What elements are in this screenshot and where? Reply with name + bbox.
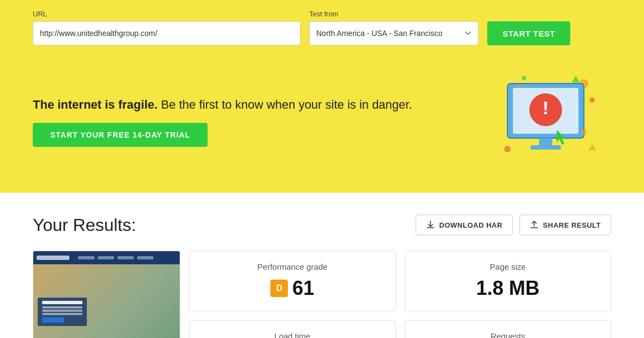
svg-point-1 bbox=[589, 97, 595, 103]
promo-image-area: ! bbox=[491, 73, 611, 171]
svg-rect-10 bbox=[530, 145, 561, 150]
pagesize-value: 1.8 MB bbox=[476, 277, 540, 300]
svg-marker-3 bbox=[572, 75, 580, 82]
svg-marker-4 bbox=[588, 144, 596, 151]
preview-nav-link bbox=[117, 256, 134, 259]
svg-point-12 bbox=[517, 85, 520, 88]
results-title: Your Results: bbox=[33, 215, 136, 235]
promo-text-strong: The internet is fragile. bbox=[33, 98, 158, 111]
stat-card-pagesize: Page size 1.8 MB bbox=[405, 251, 612, 311]
promo-text: The internet is fragile. Be the first to… bbox=[33, 97, 491, 114]
promo-banner: The internet is fragile. Be the first to… bbox=[0, 62, 644, 193]
share-result-label: SHARE RESULT bbox=[543, 221, 601, 229]
results-header: Your Results: DOWNLOAD HAR SHARE RESULT bbox=[33, 215, 611, 235]
results-section: Your Results: DOWNLOAD HAR SHARE RESULT bbox=[0, 193, 644, 338]
promo-text-area: The internet is fragile. Be the first to… bbox=[33, 97, 491, 147]
top-bar: URL Test from North America - USA - San … bbox=[0, 0, 644, 62]
performance-score: 61 bbox=[292, 277, 314, 300]
stats-cards: Performance grade D 61 Page size 1.8 MB … bbox=[189, 251, 611, 338]
preview-nav-links bbox=[78, 256, 153, 259]
stat-value-pagesize: 1.8 MB bbox=[476, 277, 540, 300]
stat-card-loadtime: Load time 1.86 s bbox=[189, 320, 396, 338]
start-test-button[interactable]: START TEST bbox=[487, 21, 570, 45]
promo-cta-button[interactable]: START YOUR FREE 14-DAY TRIAL bbox=[33, 123, 208, 147]
share-icon bbox=[530, 221, 539, 229]
test-from-label: Test from bbox=[309, 10, 478, 18]
preview-nav-link bbox=[137, 256, 153, 259]
preview-nav bbox=[33, 251, 180, 264]
preview-logo bbox=[37, 256, 69, 260]
svg-rect-9 bbox=[539, 138, 552, 146]
stat-label-pagesize: Page size bbox=[490, 262, 526, 271]
url-row: URL Test from North America - USA - San … bbox=[33, 10, 611, 45]
promo-text-normal: Be the first to know when your site is i… bbox=[161, 98, 412, 111]
stat-label-loadtime: Load time bbox=[274, 331, 310, 338]
preview-content bbox=[33, 251, 180, 338]
website-screenshot bbox=[33, 251, 180, 338]
preview-body-line bbox=[42, 313, 82, 315]
grade-badge: D bbox=[270, 280, 288, 297]
url-field-group: URL bbox=[33, 10, 300, 45]
svg-point-14 bbox=[581, 130, 587, 135]
stat-card-performance: Performance grade D 61 bbox=[189, 251, 396, 311]
stat-value-performance: D 61 bbox=[270, 277, 314, 300]
preview-hero-text bbox=[38, 298, 87, 326]
download-icon bbox=[426, 221, 435, 229]
test-from-field-group: Test from North America - USA - San Fran… bbox=[309, 10, 478, 45]
url-input[interactable] bbox=[33, 21, 300, 45]
preview-body-line bbox=[42, 310, 82, 312]
preview-hero bbox=[33, 264, 180, 338]
download-har-button[interactable]: DOWNLOAD HAR bbox=[416, 215, 513, 235]
screenshot-card bbox=[33, 251, 180, 338]
download-har-label: DOWNLOAD HAR bbox=[439, 221, 503, 229]
svg-point-13 bbox=[522, 76, 526, 80]
stat-label-performance: Performance grade bbox=[257, 262, 327, 271]
monitor-illustration: ! bbox=[491, 73, 600, 165]
results-actions: DOWNLOAD HAR SHARE RESULT bbox=[416, 215, 611, 235]
url-label: URL bbox=[33, 10, 300, 18]
stat-card-requests: Requests 76 bbox=[405, 320, 612, 338]
test-from-select[interactable]: North America - USA - San Francisco Euro… bbox=[309, 21, 478, 45]
share-result-button[interactable]: SHARE RESULT bbox=[519, 215, 611, 235]
preview-title-line bbox=[42, 301, 82, 304]
preview-nav-link bbox=[98, 256, 114, 259]
preview-body-line bbox=[42, 306, 82, 309]
preview-nav-link bbox=[78, 256, 94, 259]
preview-cta bbox=[42, 317, 64, 323]
svg-text:!: ! bbox=[542, 97, 548, 118]
stat-label-requests: Requests bbox=[491, 331, 525, 338]
results-grid: Performance grade D 61 Page size 1.8 MB … bbox=[33, 251, 611, 338]
svg-point-2 bbox=[504, 146, 511, 152]
